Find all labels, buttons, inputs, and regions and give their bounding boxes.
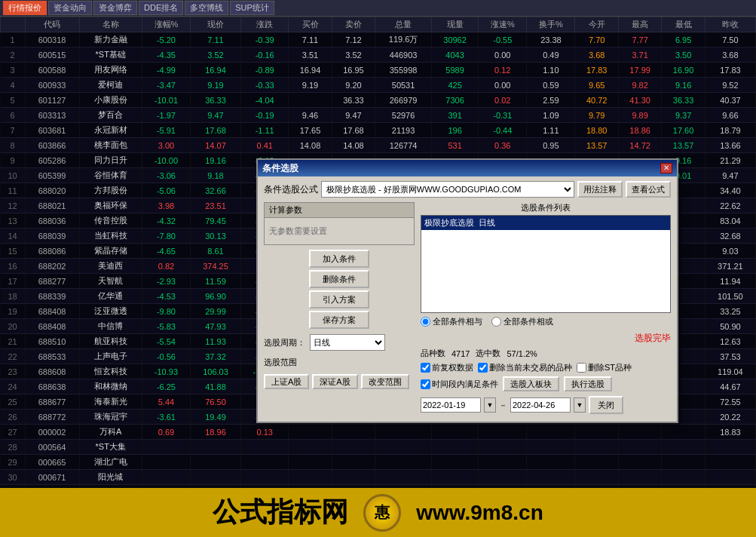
- toolbar-btn-long-short[interactable]: 多空博线: [185, 1, 228, 15]
- toolbar-btn-sup[interactable]: SUP统计: [230, 1, 274, 15]
- usage-notes-btn[interactable]: 用法注释: [577, 181, 623, 198]
- toolbar-btn-quotes[interactable]: 行情报价: [3, 1, 47, 15]
- radio-and-label[interactable]: 全部条件相与: [421, 316, 482, 327]
- dialog-close-icon-btn[interactable]: ✕: [660, 163, 672, 173]
- date-to-input[interactable]: [510, 397, 571, 413]
- table-row[interactable]: 30000671阳光城: [1, 470, 756, 485]
- cb-del-pending[interactable]: [478, 363, 488, 373]
- row-price: 32.66: [190, 183, 240, 198]
- table-row[interactable]: 2600515*ST基础-4.353.52-0.163.513.52446903…: [1, 48, 756, 63]
- table-row[interactable]: 7603681永冠新材-5.9117.68-1.1117.6517.682119…: [1, 123, 756, 138]
- row-change-pct: 3.00: [142, 138, 190, 153]
- row-code: 688021: [25, 198, 79, 213]
- cb-del-st-text: 删除ST品种: [588, 362, 632, 373]
- row-speed: 0.00: [479, 78, 527, 93]
- row-open: [575, 455, 618, 470]
- scope-sz-btn[interactable]: 深证A股: [312, 374, 357, 389]
- cb-time-satisfy[interactable]: [421, 379, 430, 389]
- row-change-pct: -10.01: [142, 93, 190, 108]
- radio-or[interactable]: [491, 317, 501, 327]
- condition-list-title: 选股条件列表: [421, 202, 671, 213]
- row-price: 76.50: [190, 394, 240, 410]
- cb-time-satisfy-label[interactable]: 时间段内满足条件: [421, 379, 498, 390]
- row-num: 30: [1, 470, 26, 485]
- row-open: 9.79: [575, 108, 618, 123]
- toolbar-btn-capital-flow[interactable]: 资金动向: [48, 1, 92, 15]
- scope-label: 选股范围: [264, 357, 297, 368]
- dialog-body: 条件选股公式 极限抄底选股 - 好股票网WWW.GOODGUPIAO.COM 用…: [258, 176, 677, 422]
- row-prev: 3.68: [705, 48, 755, 63]
- select-block-btn[interactable]: 选股入板块: [503, 376, 559, 391]
- close-btn[interactable]: 关闭: [589, 396, 623, 414]
- change-scope-btn[interactable]: 改变范围: [361, 374, 409, 389]
- row-high: 9.82: [618, 78, 661, 93]
- radio-or-label[interactable]: 全部条件相或: [491, 316, 553, 327]
- condition-list[interactable]: 极限抄底选股 日线: [421, 215, 671, 313]
- row-prev: 371.21: [705, 259, 755, 274]
- radio-and[interactable]: [421, 317, 430, 327]
- table-row[interactable]: 4600933爱柯迪-3.479.19-0.339.199.2050531425…: [1, 78, 756, 93]
- row-name: 湖北广电: [79, 455, 142, 470]
- cb-del-st[interactable]: [577, 363, 586, 373]
- row-prev: 13.66: [705, 138, 755, 153]
- condition-dialog: 条件选股 ✕ 条件选股公式 极限抄底选股 - 好股票网WWW.GOODGUPIA…: [256, 158, 678, 423]
- toolbar-btn-capital-game[interactable]: 资金博弈: [93, 1, 137, 15]
- row-change-pct: [142, 455, 190, 470]
- cb-del-pending-label[interactable]: 删除当前未交易的品种: [478, 362, 572, 373]
- cb-del-st-label[interactable]: 删除ST品种: [577, 362, 632, 373]
- table-row[interactable]: 1600318新力金融-5.207.11-0.397.117.12119.6万3…: [1, 32, 756, 48]
- formula-row: 条件选股公式 极限抄底选股 - 好股票网WWW.GOODGUPIAO.COM 用…: [264, 181, 671, 198]
- row-name: 谷恒体育: [79, 168, 142, 183]
- row-vol: 52976: [375, 108, 432, 123]
- add-condition-btn[interactable]: 加入条件: [309, 250, 369, 268]
- import-scheme-btn[interactable]: 引入方案: [309, 290, 369, 308]
- row-price: 41.88: [190, 379, 240, 394]
- row-buy: [289, 425, 332, 440]
- date-to-dropdown[interactable]: ▼: [574, 397, 586, 413]
- formula-select[interactable]: 极限抄底选股 - 好股票网WWW.GOODGUPIAO.COM: [321, 181, 574, 198]
- delete-condition-btn[interactable]: 删除条件: [309, 270, 369, 288]
- cb-prev-adjust[interactable]: [421, 363, 430, 373]
- row-change: -0.19: [241, 108, 289, 123]
- table-row[interactable]: 28000564*ST大集: [1, 440, 756, 455]
- row-buy: 7.11: [289, 32, 332, 48]
- table-row[interactable]: 6603313梦百合-1.979.47-0.199.469.4752976391…: [1, 108, 756, 123]
- row-speed: 0.00: [479, 48, 527, 63]
- row-code: 601127: [25, 93, 79, 108]
- table-row[interactable]: 8603866桃李面包3.0014.070.4114.0814.08126774…: [1, 138, 756, 153]
- row-turnover: [527, 440, 575, 455]
- row-price: 79.45: [190, 213, 240, 229]
- row-code: 600515: [25, 48, 79, 63]
- table-row[interactable]: 27000002万科A0.6918.960.1318.83: [1, 425, 756, 440]
- row-vol: [375, 425, 432, 440]
- cb-prev-adjust-label[interactable]: 前复权数据: [421, 362, 473, 373]
- row-turnover: 23.38: [527, 32, 575, 48]
- row-cur-vol: 30962: [431, 32, 478, 48]
- save-scheme-btn[interactable]: 保存方案: [309, 311, 369, 329]
- row-name: 阳光城: [79, 470, 142, 485]
- row-price: 106.03: [190, 364, 240, 379]
- row-num: 22: [1, 349, 26, 364]
- row-speed: [479, 425, 527, 440]
- condition-list-item[interactable]: 极限抄底选股 日线: [421, 216, 670, 230]
- row-code: 688638: [25, 379, 79, 394]
- row-high: 18.86: [618, 123, 661, 138]
- row-num: 18: [1, 289, 26, 304]
- table-row[interactable]: 5601127小康股份-10.0136.33-4.0436.3326697973…: [1, 93, 756, 108]
- row-low: [662, 440, 705, 455]
- table-row[interactable]: 3600588用友网络-4.9916.94-0.8916.9416.953559…: [1, 63, 756, 78]
- row-name: 美迪西: [79, 259, 142, 274]
- execute-select-btn[interactable]: 执行选股: [564, 376, 612, 391]
- row-speed: -0.44: [479, 123, 527, 138]
- date-from-dropdown[interactable]: ▼: [484, 397, 496, 413]
- row-speed: [479, 455, 527, 470]
- row-speed: 0.36: [479, 138, 527, 153]
- view-formula-btn[interactable]: 查看公式: [626, 181, 671, 198]
- cb-prev-adjust-text: 前复权数据: [432, 362, 473, 373]
- toolbar-btn-dde-rank[interactable]: DDE排名: [139, 1, 183, 15]
- table-row[interactable]: 29000665湖北广电: [1, 455, 756, 470]
- period-select[interactable]: 日线: [310, 334, 385, 351]
- row-prev: 40.37: [705, 93, 755, 108]
- date-from-input[interactable]: [421, 397, 481, 413]
- scope-sh-btn[interactable]: 上证A股: [264, 374, 309, 389]
